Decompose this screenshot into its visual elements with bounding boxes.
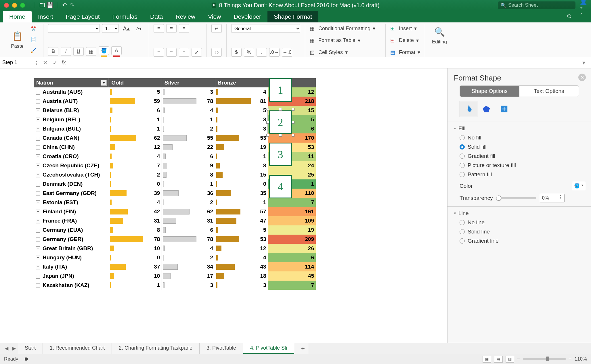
table-row[interactable]: +Germany (EUA)86519	[34, 225, 316, 235]
step-shape-3[interactable]: 3	[269, 143, 292, 166]
expand-icon[interactable]: +	[36, 210, 40, 214]
effects-category-icon[interactable]	[477, 101, 495, 117]
prev-sheet-icon[interactable]: ◀	[3, 345, 10, 352]
tab-shape-options[interactable]: Shape Options	[460, 86, 519, 97]
shrink-font-icon[interactable]: A▾	[134, 24, 144, 33]
resize-handle[interactable]	[279, 134, 282, 137]
resize-handle[interactable]	[279, 108, 282, 111]
fill-section-header[interactable]: Fill	[453, 125, 585, 132]
format-painter-icon[interactable]: 🖌️	[28, 46, 39, 55]
minimize-window-icon[interactable]	[12, 3, 17, 8]
page-break-view-icon[interactable]: ▥	[506, 356, 514, 363]
zoom-level[interactable]: 110%	[575, 356, 587, 362]
align-center-icon[interactable]: ≡	[166, 48, 177, 57]
table-row[interactable]: +Estonia (EST)4217	[34, 198, 316, 207]
percent-icon[interactable]: %	[244, 48, 254, 57]
redo-icon[interactable]: ↷	[68, 1, 76, 9]
expand-icon[interactable]: +	[36, 99, 40, 104]
table-row[interactable]: +Germany (GER)787853209	[34, 235, 316, 244]
accept-formula-icon[interactable]: ✓	[50, 59, 60, 66]
line-section-header[interactable]: Line	[453, 210, 585, 217]
cell-styles-button[interactable]: ▨Cell Styles ▾	[310, 48, 381, 57]
next-sheet-icon[interactable]: ▶	[10, 345, 18, 352]
page-layout-view-icon[interactable]: ▤	[494, 356, 503, 363]
sheet-tab[interactable]: Start	[18, 343, 43, 354]
table-row[interactable]: +Finland (FIN)426257161	[34, 207, 316, 216]
conditional-formatting-button[interactable]: ▦Conditional Formatting ▾	[310, 24, 381, 33]
merge-icon[interactable]: ⇔	[211, 48, 222, 57]
expand-icon[interactable]: +	[36, 256, 40, 260]
add-sheet-button[interactable]: +	[294, 343, 308, 354]
tab-developer[interactable]: Developer	[227, 11, 267, 22]
align-top-icon[interactable]: ≡	[154, 24, 164, 33]
macro-record-icon[interactable]: ⏺	[24, 356, 29, 362]
expand-icon[interactable]: +	[36, 219, 40, 223]
resize-handle[interactable]	[292, 134, 294, 137]
sheet-area[interactable]: Nation▼GoldSilverBronzeTotal +Australia …	[0, 68, 447, 343]
font-color-button[interactable]: A	[111, 46, 122, 55]
copy-icon[interactable]: 📄	[28, 35, 39, 44]
tab-data[interactable]: Data	[144, 11, 169, 22]
expand-icon[interactable]: +	[36, 154, 40, 159]
zoom-out-icon[interactable]: −	[517, 356, 520, 362]
save-icon[interactable]: 💾	[46, 1, 53, 9]
increase-decimal-icon[interactable]: .0→	[269, 48, 280, 57]
transparency-slider[interactable]	[496, 197, 536, 199]
insert-cells-button[interactable]: ⊞Insert ▾	[390, 24, 420, 33]
resize-handle[interactable]	[292, 121, 294, 124]
search-input[interactable]	[508, 2, 573, 8]
cut-icon[interactable]: ✂️	[28, 24, 39, 33]
orientation-icon[interactable]: ⤢	[192, 48, 202, 57]
resize-handle[interactable]	[292, 108, 294, 111]
expand-icon[interactable]: +	[36, 237, 40, 242]
tab-home[interactable]: Home	[3, 11, 32, 22]
expand-icon[interactable]: +	[36, 228, 40, 233]
expand-icon[interactable]: +	[36, 127, 40, 131]
resize-handle[interactable]	[266, 121, 269, 124]
fx-label[interactable]: fx	[60, 59, 68, 66]
search-sheet-box[interactable]: 🔍	[498, 1, 575, 9]
expand-icon[interactable]: +	[36, 164, 40, 168]
editing-button[interactable]: 🔍 Editing	[430, 24, 449, 46]
table-row[interactable]: +Italy (ITA)373443114	[34, 262, 316, 271]
autosave-icon[interactable]: 🗔	[39, 1, 46, 9]
expand-icon[interactable]: +	[36, 173, 40, 177]
step-shape-4[interactable]: 4	[269, 175, 292, 198]
table-row[interactable]: +Japan (JPN)10171845	[34, 271, 316, 281]
comma-icon[interactable]: ,	[257, 48, 267, 57]
tab-formulas[interactable]: Formulas	[106, 11, 144, 22]
border-button[interactable]: ▦	[86, 47, 96, 56]
sheet-tab[interactable]: 2. Charting Formating Taskpane	[112, 343, 200, 354]
close-window-icon[interactable]	[4, 3, 9, 8]
emoji-icon[interactable]: ☺	[565, 12, 573, 20]
expand-icon[interactable]: +	[36, 145, 40, 150]
fill-option-gradient-fill[interactable]: Gradient fill	[460, 153, 585, 159]
font-family-select[interactable]	[48, 24, 100, 33]
font-size-select[interactable]: 1...	[102, 24, 119, 33]
name-box-input[interactable]	[2, 60, 31, 66]
fill-option-solid-fill[interactable]: Solid fill	[460, 144, 585, 150]
grow-font-icon[interactable]: A▴	[121, 24, 131, 33]
cancel-formula-icon[interactable]: ✕	[40, 59, 50, 66]
transparency-input[interactable]: 0%▲▼	[540, 194, 565, 202]
tab-insert[interactable]: Insert	[32, 11, 60, 22]
tab-text-options[interactable]: Text Options	[519, 86, 579, 97]
undo-icon[interactable]: ↶	[61, 1, 68, 9]
table-row[interactable]: +France (FRA)313147109	[34, 216, 316, 225]
line-option-no-line[interactable]: No line	[460, 219, 585, 226]
expand-icon[interactable]: +	[36, 108, 40, 113]
expand-icon[interactable]: +	[36, 136, 40, 141]
table-row[interactable]: +Great Britain (GBR)1041226	[34, 244, 316, 253]
sheet-tab[interactable]: 1. Recommended Chart	[43, 343, 112, 354]
format-as-table-button[interactable]: ▦Format as Table ▾	[310, 36, 381, 45]
tab-review[interactable]: Review	[169, 11, 202, 22]
collapse-ribbon-icon[interactable]: ˄	[577, 12, 585, 20]
delete-cells-button[interactable]: ⊟Delete ▾	[390, 36, 420, 45]
sheet-tab[interactable]: 3. PivotTable	[200, 343, 243, 354]
tab-shape-format[interactable]: Shape Format	[267, 11, 318, 22]
resize-handle[interactable]	[266, 134, 269, 137]
expand-icon[interactable]: +	[36, 200, 40, 205]
formula-input[interactable]	[68, 57, 579, 68]
paste-button[interactable]: 📋 Paste	[9, 28, 26, 50]
zoom-slider[interactable]	[523, 358, 566, 360]
